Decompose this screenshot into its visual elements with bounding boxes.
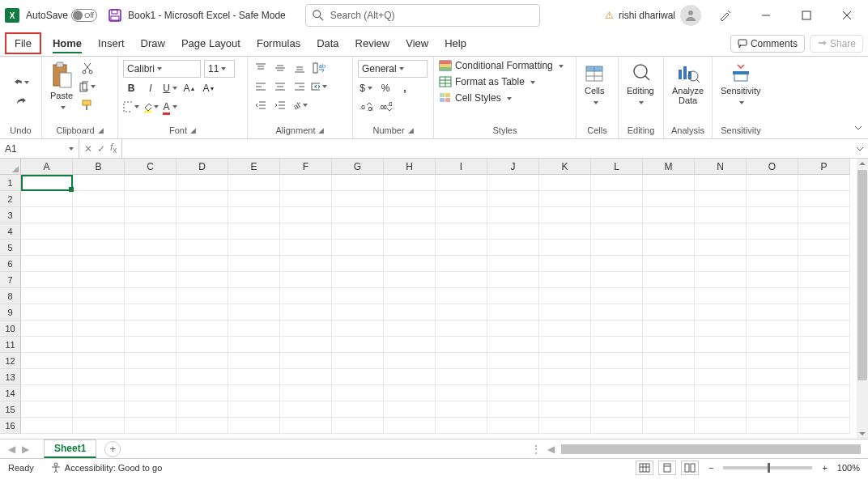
cell[interactable] [747,272,798,288]
cell[interactable] [177,288,228,304]
cell[interactable] [125,256,177,272]
cell[interactable] [643,256,695,272]
cell[interactable] [487,353,539,369]
cell[interactable] [228,321,280,337]
col-header[interactable]: E [228,159,280,175]
cell[interactable] [695,288,747,304]
cell[interactable] [695,304,747,321]
enter-formula-button[interactable]: ✓ [97,143,105,155]
row-header[interactable]: 14 [0,385,21,401]
cell[interactable] [747,385,798,401]
cell[interactable] [125,369,177,385]
italic-button[interactable]: I [143,80,159,96]
clipboard-dialog-launcher[interactable]: ◢ [98,126,104,134]
cell[interactable] [436,418,487,434]
font-name-select[interactable]: Calibri [123,60,201,78]
font-dialog-launcher[interactable]: ◢ [190,126,196,134]
format-as-table-button[interactable]: Format as Table [439,76,535,87]
cell[interactable] [695,353,747,369]
cell[interactable] [695,401,747,418]
cell[interactable] [332,256,384,272]
align-bottom-button[interactable] [291,60,308,76]
wrap-text-button[interactable]: ab [311,60,327,76]
view-page-break-button[interactable] [681,461,699,475]
row-header[interactable]: 2 [0,191,21,207]
cell[interactable] [798,223,850,240]
cell[interactable] [539,369,591,385]
row-header[interactable]: 7 [0,272,21,288]
cell[interactable] [436,401,487,418]
cell[interactable] [695,385,747,401]
cell[interactable] [21,191,73,207]
cell[interactable] [798,207,850,223]
cell[interactable] [747,369,798,385]
formula-input[interactable] [122,139,852,158]
cell[interactable] [436,256,487,272]
cell[interactable] [436,321,487,337]
cell[interactable] [21,418,73,434]
cell[interactable] [436,369,487,385]
cell[interactable] [21,321,73,337]
font-color-button[interactable]: A [162,99,178,115]
underline-button[interactable]: U [162,80,178,96]
cell[interactable] [436,175,487,191]
col-header[interactable]: G [332,159,384,175]
cell[interactable] [747,321,798,337]
cell[interactable] [21,223,73,240]
cell[interactable] [591,207,643,223]
cell[interactable] [384,321,436,337]
new-sheet-button[interactable]: + [104,441,121,457]
cell[interactable] [539,207,591,223]
row-header[interactable]: 5 [0,240,21,256]
cell[interactable] [539,191,591,207]
cell[interactable] [643,337,695,353]
cell[interactable] [643,418,695,434]
align-middle-button[interactable] [272,60,288,76]
cell[interactable] [384,353,436,369]
cell[interactable] [177,175,228,191]
cell[interactable] [798,353,850,369]
cell[interactable] [177,337,228,353]
cell[interactable] [539,418,591,434]
cell[interactable] [695,207,747,223]
cell[interactable] [436,353,487,369]
cell[interactable] [332,191,384,207]
cell[interactable] [73,385,125,401]
cell[interactable] [228,272,280,288]
cell[interactable] [643,240,695,256]
row-header[interactable]: 13 [0,369,21,385]
tab-view[interactable]: View [398,32,436,54]
cell[interactable] [539,337,591,353]
zoom-out-button[interactable]: − [704,463,718,473]
col-header[interactable]: J [487,159,539,175]
cell[interactable] [280,207,332,223]
cell[interactable] [591,256,643,272]
window-close-button[interactable] [831,3,863,28]
cell[interactable] [177,401,228,418]
cut-button[interactable] [79,60,96,76]
cell[interactable] [436,207,487,223]
col-header[interactable]: O [747,159,798,175]
col-header[interactable]: D [177,159,228,175]
fill-color-button[interactable] [143,99,159,115]
col-header[interactable]: K [539,159,591,175]
cell[interactable] [643,175,695,191]
cell[interactable] [798,418,850,434]
cell[interactable] [280,418,332,434]
ink-tool-icon[interactable] [709,3,742,28]
cell[interactable] [591,418,643,434]
cell[interactable] [591,353,643,369]
col-header[interactable]: M [643,159,695,175]
orientation-button[interactable]: ab [291,97,308,113]
cell[interactable] [125,353,177,369]
cell[interactable] [177,272,228,288]
undo-button[interactable] [13,74,29,91]
number-format-select[interactable]: General [358,60,428,78]
cell[interactable] [73,321,125,337]
cell[interactable] [125,207,177,223]
name-box-dropdown[interactable] [66,143,74,155]
col-header[interactable]: I [436,159,487,175]
row-headers[interactable]: 12345678910111213141516 [0,175,21,434]
cell[interactable] [487,304,539,321]
cell[interactable] [539,304,591,321]
